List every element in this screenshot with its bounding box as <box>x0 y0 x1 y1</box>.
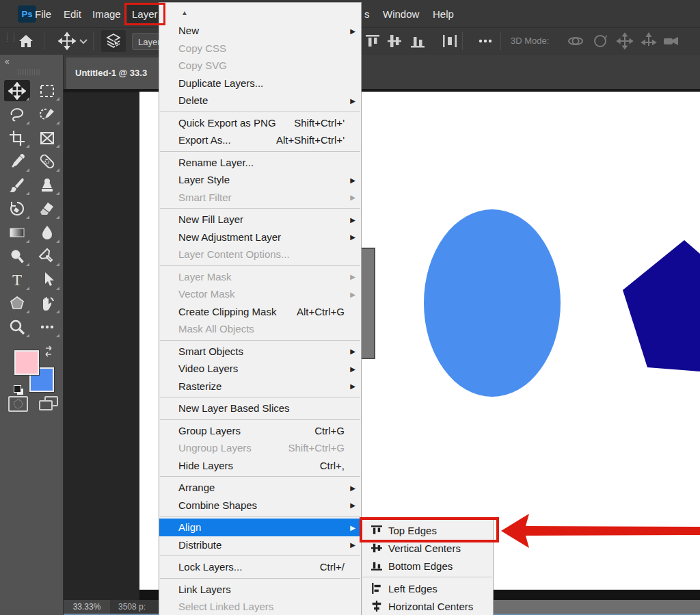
foreground-color-swatch[interactable] <box>14 350 39 375</box>
type-tool[interactable]: T <box>4 270 30 291</box>
menubar-item-window[interactable]: Window <box>378 5 424 23</box>
menu-item-combine-shapes[interactable]: Combine Shapes▶ <box>159 497 361 514</box>
menu-item-rasterize[interactable]: Rasterize▶ <box>159 378 361 395</box>
align-vertical-centers-icon[interactable] <box>385 31 404 51</box>
healing-brush-tool[interactable] <box>34 151 60 172</box>
options-bar-separator <box>93 32 94 50</box>
dodge-tool[interactable] <box>4 246 30 267</box>
menu-item-group-layers[interactable]: Group LayersCtrl+G <box>159 422 361 440</box>
object-selection-tool[interactable] <box>34 104 60 125</box>
menu-item-quick-export-as-png[interactable]: Quick Export as PNGShift+Ctrl+' <box>159 114 361 132</box>
home-icon[interactable] <box>16 31 36 51</box>
menu-item-shortcut: Alt+Ctrl+G <box>297 306 355 317</box>
menubar-item-file[interactable]: File <box>30 5 56 23</box>
auto-select-layers-icon[interactable] <box>104 31 123 51</box>
brush-tool[interactable] <box>4 174 30 196</box>
menu-item-label: Layer Content Options... <box>178 248 290 260</box>
menu-item-layer-style[interactable]: Layer Style▶ <box>159 171 361 189</box>
menu-item-label: Create Clipping Mask <box>178 306 276 317</box>
chevron-down-icon[interactable] <box>74 31 93 51</box>
eraser-tool[interactable] <box>34 198 60 220</box>
submenu-item-bottom-edges[interactable]: Bottom Edges <box>362 557 493 575</box>
align-bottom-edges-icon[interactable] <box>408 31 427 51</box>
menu-item-video-layers[interactable]: Video Layers▶ <box>159 360 361 378</box>
svg-text:T: T <box>12 272 22 289</box>
collapse-panel-icon[interactable]: « <box>5 57 8 66</box>
menu-item-delete[interactable]: Delete▶ <box>159 92 361 109</box>
quick-mask-mode-icon[interactable] <box>8 396 28 412</box>
menu-item-smart-objects[interactable]: Smart Objects▶ <box>159 343 361 361</box>
menu-item-create-clipping-mask[interactable]: Create Clipping MaskAlt+Ctrl+G <box>159 303 361 321</box>
menu-item-duplicate-layers[interactable]: Duplicate Layers... <box>159 75 361 92</box>
submenu-item-horizontal-centers[interactable]: Horizontal Centers <box>362 597 493 615</box>
screen-mode-icon[interactable] <box>39 396 59 412</box>
zoom-tool[interactable] <box>4 317 30 338</box>
menu-separator <box>159 149 361 154</box>
clone-stamp-tool[interactable] <box>34 174 60 196</box>
lasso-tool[interactable] <box>4 104 30 125</box>
more-options-icon[interactable] <box>476 31 495 51</box>
move-tool[interactable] <box>4 80 30 101</box>
gradient-tool[interactable] <box>4 222 30 244</box>
3d-pan-icon[interactable] <box>615 31 634 51</box>
3d-roll-icon[interactable] <box>591 31 610 51</box>
3d-camera-icon[interactable] <box>662 31 681 51</box>
menu-item-lock-layers[interactable]: Lock Layers...Ctrl+/ <box>159 558 361 576</box>
menu-item-vector-mask: Vector Mask▶ <box>159 285 361 303</box>
menu-item-distribute[interactable]: Distribute▶ <box>159 536 361 554</box>
status-zoom-field[interactable]: 33.33% <box>64 600 110 614</box>
align-top-edges-icon[interactable] <box>363 31 382 51</box>
menu-item-ungroup-layers: Ungroup LayersShift+Ctrl+G <box>159 439 361 457</box>
menu-item-label: Ungroup Layers <box>178 442 252 454</box>
path-selection-tool[interactable] <box>34 270 60 291</box>
menu-item-label: Copy SVG <box>178 60 227 71</box>
menubar-item-help[interactable]: Help <box>428 5 459 23</box>
submenu-arrow-icon: ▶ <box>350 215 355 223</box>
menu-item-link-layers[interactable]: Link Layers <box>159 581 361 599</box>
menu-item-arrange[interactable]: Arrange▶ <box>159 479 361 497</box>
menu-item-hide-layers[interactable]: Hide LayersCtrl+, <box>159 457 361 475</box>
menu-item-label: Distribute <box>178 539 221 551</box>
menu-item-label: Align <box>178 521 201 533</box>
eyedropper-tool[interactable] <box>4 151 30 172</box>
menu-item-new-fill-layer[interactable]: New Fill Layer▶ <box>159 211 361 228</box>
menu-separator <box>159 263 361 268</box>
shape-tool[interactable] <box>4 293 30 314</box>
menu-item-shortcut: Alt+Shift+Ctrl+' <box>276 134 355 146</box>
submenu-item-left-edges[interactable]: Left Edges <box>362 579 493 597</box>
crop-tool[interactable] <box>4 127 30 148</box>
menu-scroll-up[interactable]: ▲ <box>159 3 361 22</box>
menu-item-new-layer-based-slices[interactable]: New Layer Based Slices <box>159 400 361 417</box>
blur-tool[interactable] <box>34 222 60 244</box>
menu-separator <box>159 474 361 479</box>
rotate-view-tool[interactable] <box>34 293 60 314</box>
menu-item-new[interactable]: New▶ <box>159 22 361 40</box>
menu-item-export-as[interactable]: Export As...Alt+Shift+Ctrl+' <box>159 131 361 149</box>
3d-orbit-icon[interactable] <box>566 31 585 51</box>
menu-item-label: New Layer Based Slices <box>178 402 290 414</box>
edit-toolbar-icon[interactable] <box>34 317 60 338</box>
distribute-horizontal-icon[interactable] <box>440 31 459 51</box>
menu-item-align[interactable]: Align▶ <box>159 519 361 536</box>
menubar-item-s[interactable]: s <box>360 5 375 23</box>
menubar-item-edit[interactable]: Edit <box>59 5 86 23</box>
3d-slide-icon[interactable] <box>639 31 658 51</box>
menu-item-label: Select Linked Layers <box>178 601 273 612</box>
options-bar-separator <box>462 32 463 50</box>
rectangular-marquee-tool[interactable] <box>34 80 60 101</box>
menubar-item-image[interactable]: Image <box>88 5 126 23</box>
menu-separator <box>159 576 361 581</box>
submenu-arrow-icon: ▶ <box>350 194 355 201</box>
blue-ellipse-shape <box>424 209 561 397</box>
menu-item-new-adjustment-layer[interactable]: New Adjustment Layer▶ <box>159 228 361 246</box>
submenu-item-label: Vertical Centers <box>388 542 461 554</box>
scroll-up-icon: ▲ <box>181 9 188 16</box>
menu-item-rename-layer[interactable]: Rename Layer... <box>159 154 361 172</box>
menu-item-label: Rename Layer... <box>178 157 254 168</box>
tools-panel-grip[interactable]: |||||||||| <box>18 68 40 75</box>
pen-tool[interactable] <box>34 246 60 267</box>
submenu-item-label: Horizontal Centers <box>388 601 473 612</box>
frame-tool[interactable] <box>34 127 60 148</box>
swap-colors-icon[interactable] <box>42 345 55 358</box>
history-brush-tool[interactable] <box>4 198 30 220</box>
